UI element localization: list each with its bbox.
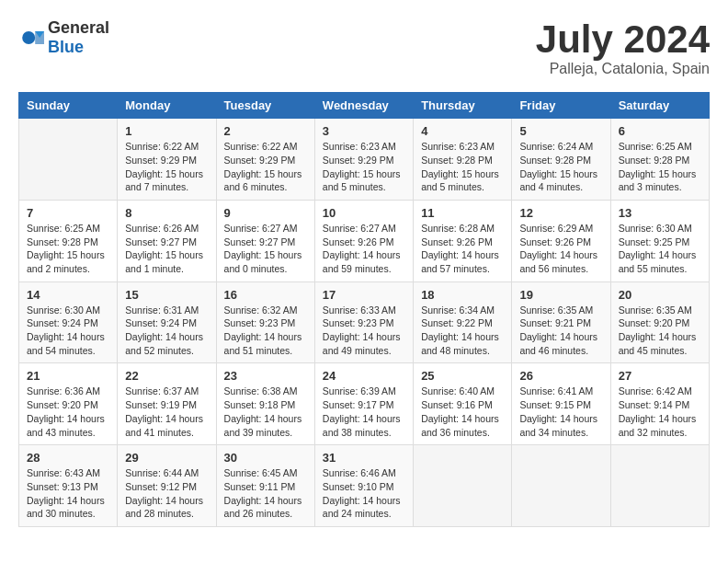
date-number: 10 (323, 206, 405, 220)
cell-info: Sunrise: 6:27 AM Sunset: 9:27 PM Dayligh… (224, 222, 307, 276)
date-number: 12 (519, 206, 602, 220)
col-saturday: Saturday (610, 93, 709, 119)
table-row: 6 Sunrise: 6:25 AM Sunset: 9:28 PM Dayli… (610, 119, 709, 201)
calendar-week-row: 1 Sunrise: 6:22 AM Sunset: 9:29 PM Dayli… (19, 119, 710, 201)
cell-info: Sunrise: 6:33 AM Sunset: 9:23 PM Dayligh… (323, 304, 405, 358)
table-row: 25 Sunrise: 6:40 AM Sunset: 9:16 PM Dayl… (414, 363, 512, 445)
cell-info: Sunrise: 6:36 AM Sunset: 9:20 PM Dayligh… (27, 385, 109, 439)
table-row: 18 Sunrise: 6:34 AM Sunset: 9:22 PM Dayl… (414, 282, 512, 363)
col-thursday: Thursday (414, 93, 512, 119)
svg-point-0 (22, 31, 35, 44)
date-number: 18 (421, 288, 504, 302)
col-sunday: Sunday (19, 93, 118, 119)
table-row: 23 Sunrise: 6:38 AM Sunset: 9:18 PM Dayl… (216, 363, 314, 445)
table-row: 14 Sunrise: 6:30 AM Sunset: 9:24 PM Dayl… (19, 282, 118, 363)
cell-info: Sunrise: 6:23 AM Sunset: 9:29 PM Dayligh… (323, 140, 405, 194)
date-number: 5 (519, 124, 602, 138)
cell-info: Sunrise: 6:26 AM Sunset: 9:27 PM Dayligh… (125, 222, 208, 276)
table-row (512, 445, 610, 527)
date-number: 30 (224, 451, 307, 465)
date-number: 7 (27, 206, 109, 220)
date-number: 13 (619, 206, 701, 220)
cell-info: Sunrise: 6:30 AM Sunset: 9:24 PM Dayligh… (27, 304, 109, 358)
cell-info: Sunrise: 6:44 AM Sunset: 9:12 PM Dayligh… (125, 466, 208, 521)
date-number: 26 (519, 369, 602, 383)
cell-info: Sunrise: 6:29 AM Sunset: 9:26 PM Dayligh… (519, 222, 602, 276)
table-row: 8 Sunrise: 6:26 AM Sunset: 9:27 PM Dayli… (118, 200, 216, 282)
col-tuesday: Tuesday (216, 93, 314, 119)
date-number: 19 (519, 288, 602, 302)
date-number: 23 (224, 369, 307, 383)
cell-info: Sunrise: 6:28 AM Sunset: 9:26 PM Dayligh… (421, 222, 504, 276)
date-number: 11 (421, 206, 504, 220)
table-row: 9 Sunrise: 6:27 AM Sunset: 9:27 PM Dayli… (216, 200, 314, 282)
cell-info: Sunrise: 6:27 AM Sunset: 9:26 PM Dayligh… (323, 222, 405, 276)
cell-info: Sunrise: 6:24 AM Sunset: 9:28 PM Dayligh… (519, 140, 602, 194)
cell-info: Sunrise: 6:40 AM Sunset: 9:16 PM Dayligh… (421, 385, 504, 439)
date-number: 15 (125, 288, 208, 302)
calendar-week-row: 14 Sunrise: 6:30 AM Sunset: 9:24 PM Dayl… (19, 282, 710, 363)
cell-info: Sunrise: 6:31 AM Sunset: 9:24 PM Dayligh… (125, 304, 208, 358)
cell-info: Sunrise: 6:35 AM Sunset: 9:20 PM Dayligh… (619, 304, 701, 358)
cell-info: Sunrise: 6:23 AM Sunset: 9:28 PM Dayligh… (421, 140, 504, 194)
title-block: July 2024 Palleja, Catalonia, Spain (536, 18, 710, 77)
date-number: 28 (27, 451, 109, 465)
calendar-week-row: 21 Sunrise: 6:36 AM Sunset: 9:20 PM Dayl… (19, 363, 710, 445)
table-row: 27 Sunrise: 6:42 AM Sunset: 9:14 PM Dayl… (610, 363, 709, 445)
table-row: 7 Sunrise: 6:25 AM Sunset: 9:28 PM Dayli… (19, 200, 118, 282)
date-number: 1 (125, 124, 208, 138)
table-row: 24 Sunrise: 6:39 AM Sunset: 9:17 PM Dayl… (314, 363, 413, 445)
table-row: 10 Sunrise: 6:27 AM Sunset: 9:26 PM Dayl… (314, 200, 413, 282)
date-number: 25 (421, 369, 504, 383)
table-row: 11 Sunrise: 6:28 AM Sunset: 9:26 PM Dayl… (414, 200, 512, 282)
table-row: 15 Sunrise: 6:31 AM Sunset: 9:24 PM Dayl… (118, 282, 216, 363)
date-number: 17 (323, 288, 405, 302)
table-row (610, 445, 709, 527)
col-friday: Friday (512, 93, 610, 119)
table-row: 17 Sunrise: 6:33 AM Sunset: 9:23 PM Dayl… (314, 282, 413, 363)
date-number: 14 (27, 288, 109, 302)
calendar-week-row: 28 Sunrise: 6:43 AM Sunset: 9:13 PM Dayl… (19, 445, 710, 527)
date-number: 3 (323, 124, 405, 138)
cell-info: Sunrise: 6:25 AM Sunset: 9:28 PM Dayligh… (619, 140, 701, 194)
cell-info: Sunrise: 6:22 AM Sunset: 9:29 PM Dayligh… (224, 140, 307, 194)
table-row: 4 Sunrise: 6:23 AM Sunset: 9:28 PM Dayli… (414, 119, 512, 201)
table-row: 29 Sunrise: 6:44 AM Sunset: 9:12 PM Dayl… (118, 445, 216, 527)
date-number: 4 (421, 124, 504, 138)
logo: General Blue (18, 18, 109, 57)
table-row: 5 Sunrise: 6:24 AM Sunset: 9:28 PM Dayli… (512, 119, 610, 201)
date-number: 21 (27, 369, 109, 383)
cell-info: Sunrise: 6:37 AM Sunset: 9:19 PM Dayligh… (125, 385, 208, 439)
table-row: 2 Sunrise: 6:22 AM Sunset: 9:29 PM Dayli… (216, 119, 314, 201)
cell-info: Sunrise: 6:43 AM Sunset: 9:13 PM Dayligh… (27, 466, 109, 521)
cell-info: Sunrise: 6:38 AM Sunset: 9:18 PM Dayligh… (224, 385, 307, 439)
date-number: 29 (125, 451, 208, 465)
cell-info: Sunrise: 6:34 AM Sunset: 9:22 PM Dayligh… (421, 304, 504, 358)
table-row: 31 Sunrise: 6:46 AM Sunset: 9:10 PM Dayl… (314, 445, 413, 527)
col-wednesday: Wednesday (314, 93, 413, 119)
table-row (414, 445, 512, 527)
cell-info: Sunrise: 6:32 AM Sunset: 9:23 PM Dayligh… (224, 304, 307, 358)
cell-info: Sunrise: 6:22 AM Sunset: 9:29 PM Dayligh… (125, 140, 208, 194)
calendar-week-row: 7 Sunrise: 6:25 AM Sunset: 9:28 PM Dayli… (19, 200, 710, 282)
cell-info: Sunrise: 6:35 AM Sunset: 9:21 PM Dayligh… (519, 304, 602, 358)
date-number: 16 (224, 288, 307, 302)
date-number: 22 (125, 369, 208, 383)
date-number: 6 (619, 124, 701, 138)
logo-text-general: General (48, 18, 109, 37)
cell-info: Sunrise: 6:46 AM Sunset: 9:10 PM Dayligh… (323, 466, 405, 521)
table-row: 28 Sunrise: 6:43 AM Sunset: 9:13 PM Dayl… (19, 445, 118, 527)
table-row: 3 Sunrise: 6:23 AM Sunset: 9:29 PM Dayli… (314, 119, 413, 201)
cell-info: Sunrise: 6:42 AM Sunset: 9:14 PM Dayligh… (619, 385, 701, 439)
date-number: 24 (323, 369, 405, 383)
table-row: 13 Sunrise: 6:30 AM Sunset: 9:25 PM Dayl… (610, 200, 709, 282)
table-row: 16 Sunrise: 6:32 AM Sunset: 9:23 PM Dayl… (216, 282, 314, 363)
cell-info: Sunrise: 6:41 AM Sunset: 9:15 PM Dayligh… (519, 385, 602, 439)
month-year-title: July 2024 (536, 18, 710, 61)
table-row (19, 119, 118, 201)
table-row: 22 Sunrise: 6:37 AM Sunset: 9:19 PM Dayl… (118, 363, 216, 445)
logo-text-blue: Blue (48, 38, 84, 56)
weekday-header-row: Sunday Monday Tuesday Wednesday Thursday… (19, 93, 710, 119)
date-number: 31 (323, 451, 405, 465)
location-subtitle: Palleja, Catalonia, Spain (536, 61, 710, 77)
